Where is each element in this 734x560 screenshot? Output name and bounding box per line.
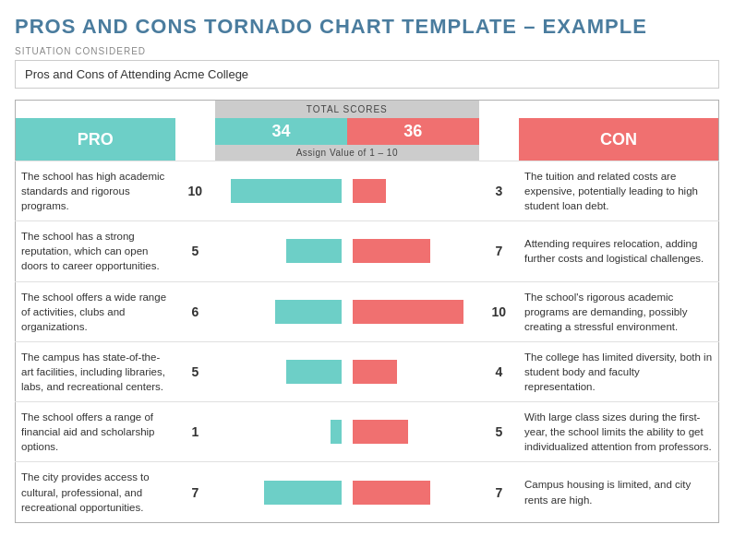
pro-text: The school offers a range of financial a… [16,402,175,462]
con-text: Campus housing is limited, and city rent… [519,462,719,522]
pro-bar [264,481,342,505]
pro-bar-cell [215,402,347,462]
table-row: The city provides access to cultural, pr… [16,462,719,522]
pro-text: The campus has state-of-the-art faciliti… [16,341,175,401]
con-bar [353,300,463,324]
table-row: The school offers a range of financial a… [16,402,719,462]
page-title: PROS AND CONS TORNADO CHART TEMPLATE – E… [15,15,719,39]
pro-total: 34 [215,118,347,145]
table-row: The campus has state-of-the-art faciliti… [16,341,719,401]
con-header: CON [519,118,719,161]
pro-value: 6 [175,281,215,341]
table-row: The school offers a wide range of activi… [16,281,719,341]
con-bar [353,481,430,505]
pro-bar-cell [215,161,347,221]
pro-bar [331,420,342,444]
pro-text: The city provides access to cultural, pr… [16,462,175,522]
con-bar [353,179,386,203]
pro-bar [286,360,342,384]
pro-value: 5 [175,341,215,401]
con-bar-cell [347,161,479,221]
con-value: 4 [479,341,519,401]
pro-value: 1 [175,402,215,462]
pro-text: The school offers a wide range of activi… [16,281,175,341]
con-bar-cell [347,402,479,462]
table-row: The school has a strong reputation, whic… [16,221,719,281]
con-bar-cell [347,221,479,281]
pro-text: The school has high academic standards a… [16,161,175,221]
pro-bar-cell [215,281,347,341]
con-text: Attending requires relocation, adding fu… [519,221,719,281]
pro-bar [231,179,342,203]
con-bar-cell [347,462,479,522]
total-scores-header-row: TOTAL SCORES [16,101,719,119]
situation-label: SITUATION CONSIDERED [15,46,719,56]
pro-bar [286,239,342,263]
con-text: With large class sizes during the first-… [519,402,719,462]
pro-bar-cell [215,462,347,522]
score-label-row: PRO 34 36 CON [16,118,719,145]
assign-value-label: Assign Value of 1 – 10 [215,145,479,161]
con-text: The school's rigorous academic programs … [519,281,719,341]
con-value: 3 [479,161,519,221]
pro-bar-cell [215,341,347,401]
con-bar-cell [347,341,479,401]
total-scores-label: TOTAL SCORES [215,101,479,119]
tornado-chart: TOTAL SCORES PRO 34 36 CON Assign Value … [15,100,719,523]
con-bar [353,420,408,444]
con-bar [353,360,397,384]
pro-value: 5 [175,221,215,281]
con-value: 10 [479,281,519,341]
con-bar-cell [347,281,479,341]
con-value: 7 [479,462,519,522]
pro-text: The school has a strong reputation, whic… [16,221,175,281]
pro-header: PRO [16,118,175,161]
con-bar [353,239,430,263]
situation-box: Pros and Cons of Attending Acme College [15,60,719,89]
con-text: The tuition and related costs are expens… [519,161,719,221]
pro-bar-cell [215,221,347,281]
con-text: The college has limited diversity, both … [519,341,719,401]
pro-value: 10 [175,161,215,221]
con-value: 7 [479,221,519,281]
con-value: 5 [479,402,519,462]
pro-value: 7 [175,462,215,522]
con-total: 36 [347,118,479,145]
table-row: The school has high academic standards a… [16,161,719,221]
pro-bar [275,300,342,324]
